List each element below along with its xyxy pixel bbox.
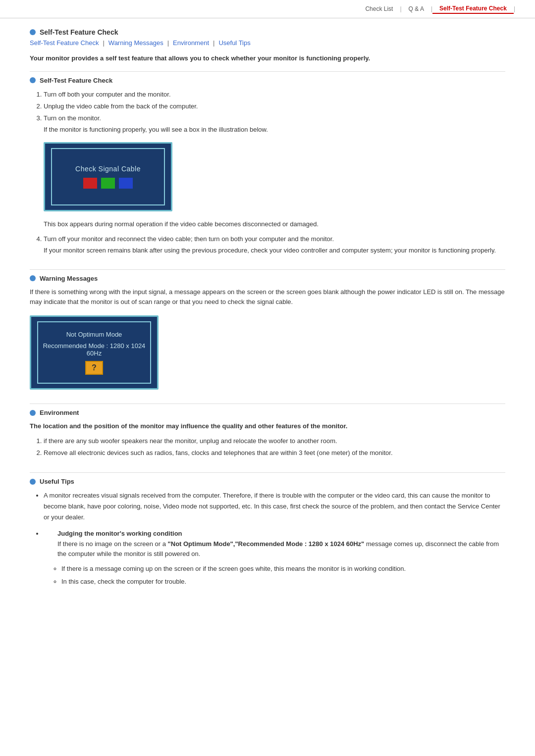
section-warning: Warning Messages If there is something w…	[30, 269, 505, 390]
selftest-title: Self-Test Feature Check	[40, 77, 112, 84]
sub-nav-selftest[interactable]: Self-Test Feature Check	[30, 39, 99, 47]
warning-title: Warning Messages	[40, 275, 98, 282]
warning-body: If there is something wrong with the inp…	[30, 287, 505, 308]
judging-sub1: If there is a message coming up on the s…	[61, 563, 505, 574]
selftest-step4-list: Turn off your monitor and reconnect the …	[44, 234, 505, 245]
top-nav: Check List | Q & A | Self-Test Feature C…	[0, 0, 535, 18]
color-sq-green	[101, 178, 115, 189]
usefultips-dot	[30, 479, 36, 485]
selftest-step4: Turn off your monitor and reconnect the …	[44, 234, 505, 245]
sub-nav-warning[interactable]: Warning Messages	[108, 39, 163, 47]
judging-item: Judging the monitor's working condition …	[44, 528, 505, 588]
sub-nav: Self-Test Feature Check | Warning Messag…	[30, 39, 505, 47]
selftest-steps: Turn off both your computer and the moni…	[44, 89, 505, 124]
question-box: ?	[85, 361, 103, 375]
usefultips-list: A monitor recreates visual signals recei…	[44, 490, 505, 523]
sub-nav-environment[interactable]: Environment	[173, 39, 209, 47]
selftest-box-note: This box appears during normal operation…	[44, 219, 505, 230]
environment-bold-text: The location and the position of the mon…	[30, 421, 505, 432]
warning-title-row: Warning Messages	[30, 275, 505, 282]
monitor-check-signal-text: Check Signal Cable	[75, 165, 141, 173]
intro-text: Your monitor provides a self test featur…	[30, 53, 505, 63]
judging-body-text: If there is no image on the screen or a …	[57, 539, 505, 560]
judging-body-part1: If there is no image on the screen or a	[57, 540, 168, 548]
judging-subbullets: If there is a message coming up on the s…	[61, 563, 505, 587]
judging-list: Judging the monitor's working condition …	[44, 528, 505, 588]
section-environment: Environment The location and the positio…	[30, 403, 505, 458]
environment-steps: if there are any sub woofer speakers nea…	[44, 436, 505, 458]
top-nav-qa[interactable]: Q & A	[402, 4, 431, 13]
selftest-step2: Unplug the video cable from the back of …	[44, 101, 505, 112]
page-title-row: Self-Test Feature Check	[30, 28, 505, 36]
monitor-illustration-1: Check Signal Cable	[44, 142, 172, 211]
selftest-dot	[30, 77, 36, 83]
top-nav-selftest[interactable]: Self-Test Feature Check	[432, 4, 514, 14]
judging-bold: "Not Optimum Mode","Recommended Mode : 1…	[168, 540, 365, 548]
monitor-box2-inner: Not Optimum Mode Recommended Mode : 1280…	[37, 321, 151, 384]
environment-title-row: Environment	[30, 409, 505, 416]
judging-sub2: In this case, check the computer for tro…	[61, 576, 505, 587]
monitor-illustration-2: Not Optimum Mode Recommended Mode : 1280…	[30, 315, 159, 390]
environment-step2: Remove all electronic devices such as ra…	[44, 448, 505, 458]
section-usefultips: Useful Tips A monitor recreates visual s…	[30, 472, 505, 587]
selftest-step3: Turn on the monitor.	[44, 113, 505, 124]
color-squares	[83, 178, 133, 189]
color-sq-blue	[119, 178, 133, 189]
environment-step1: if there are any sub woofer speakers nea…	[44, 436, 505, 447]
page-title: Self-Test Feature Check	[40, 28, 118, 36]
environment-dot	[30, 410, 36, 416]
selftest-title-row: Self-Test Feature Check	[30, 77, 505, 84]
top-nav-sep3: |	[514, 5, 515, 12]
judging-title: Judging the monitor's working condition	[57, 530, 182, 537]
sub-nav-usefultips[interactable]: Useful Tips	[218, 39, 250, 47]
selftest-step4-sub: If your monitor screen remains blank aft…	[44, 246, 505, 255]
color-sq-red	[83, 178, 97, 189]
top-nav-checklist[interactable]: Check List	[358, 4, 400, 13]
selftest-step3-sub: If the monitor is functioning properly, …	[44, 125, 505, 135]
environment-title: Environment	[40, 409, 79, 416]
usefultips-title-row: Useful Tips	[30, 478, 505, 485]
main-container: Self-Test Feature Check Self-Test Featur…	[0, 18, 535, 611]
warning-dot	[30, 275, 36, 281]
usefultips-title: Useful Tips	[40, 478, 74, 485]
page-title-dot	[30, 29, 36, 35]
usefultips-bullet1: A monitor recreates visual signals recei…	[44, 490, 505, 523]
monitor-not-optimum-line1: Not Optimum Mode	[66, 331, 122, 338]
selftest-step1: Turn off both your computer and the moni…	[44, 89, 505, 100]
monitor-not-optimum-line2: Recommended Mode : 1280 x 1024 60Hz	[38, 342, 150, 357]
monitor-box-inner-1: Check Signal Cable	[51, 148, 165, 205]
section-selftest: Self-Test Feature Check Turn off both yo…	[30, 71, 505, 255]
